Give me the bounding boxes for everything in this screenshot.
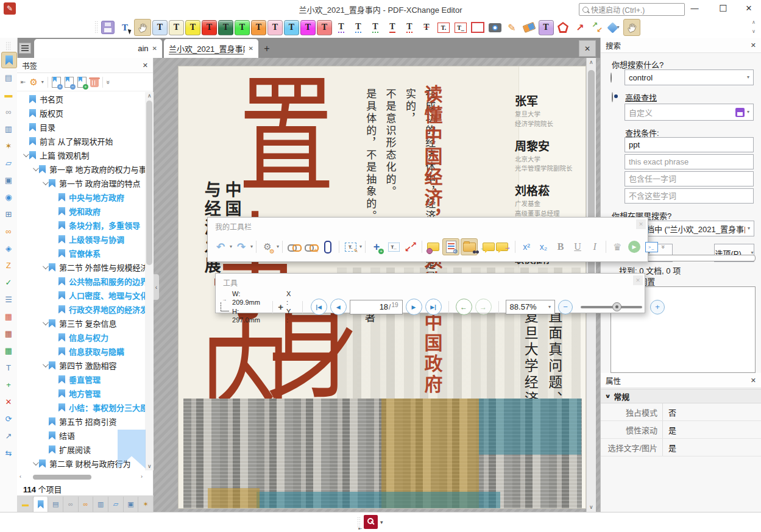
expand-arrow-icon[interactable] [40,265,49,269]
delete-bookmark-button[interactable] [90,77,99,87]
bookmark-item[interactable]: 行政交界地区的经济发 [17,302,145,316]
simple-search-radio[interactable] [611,73,612,83]
bookmark-item[interactable]: 官僚体系 [17,246,145,260]
fields-panel-button[interactable]: ▥ [1,121,16,137]
tab-document-2-active[interactable]: 兰小欢_2021_置身事内 ✕ [164,39,258,58]
bookmarks-tab[interactable] [34,497,49,512]
properties-general-section[interactable]: ∨ 常规 [601,389,761,403]
save-button[interactable] [100,20,116,35]
calendar-settings-button[interactable]: ▦ [1,326,16,341]
split-view-button[interactable]: ⇆ [1,445,16,461]
undo-button[interactable]: ↶ [213,239,228,255]
any-words-input[interactable] [625,171,754,186]
floating-tools-toolbar[interactable]: 工具 ✕ W: 209.9mm H: 297.0mm + X : Y : |◀ … [215,273,645,313]
thumbnails-panel-button[interactable]: ▤ [1,70,16,85]
hand-tool-button[interactable] [134,19,151,36]
add-page-button[interactable]: + [1,377,16,392]
search-close-icon[interactable]: ✕ [751,41,756,49]
expand-arrow-icon[interactable] [40,321,49,325]
measure-button[interactable]: ↗↙ [403,239,419,255]
bookmark-item[interactable]: 前言 从了解现状开始 [17,134,145,148]
next-view-button[interactable]: → [475,299,492,315]
text-box-purple-button[interactable]: T [538,20,554,35]
reading-order-button[interactable]: ☰ [1,292,16,307]
scroll-thumb[interactable] [146,101,152,265]
strikeout-button[interactable]: T [419,20,434,35]
save-preset-icon[interactable] [735,108,745,117]
textbox-frame-button[interactable]: T_ [453,20,469,35]
extract-page-button[interactable]: ↗ [1,428,16,444]
run-button[interactable]: ▶ [626,239,642,255]
minimize-button[interactable]: — [682,0,707,16]
redo-button[interactable]: ↷ [233,239,249,255]
pencil-tool-button[interactable]: ✎ [504,20,520,35]
toolbar-overflow-icon[interactable]: » [660,245,667,249]
comments-tab[interactable]: ▬ [18,497,34,512]
attachments-tab[interactable]: ∞ [63,497,79,512]
links-tab[interactable]: ∞ [79,497,94,512]
tab-document-1[interactable]: ain ✕ [34,39,162,58]
comments-panel-button[interactable]: ▬ [1,87,16,102]
zoom-slider-handle[interactable] [612,302,621,311]
collapse-panel-icon[interactable]: ⇤ [21,79,26,85]
superscript-button[interactable]: x² [519,239,534,255]
highlight-yellow-button[interactable]: T [185,20,200,35]
distance-tool-button[interactable]: ↗↙ [589,20,605,35]
last-page-button[interactable]: ▶| [425,299,442,315]
find-comments-button[interactable] [461,238,478,255]
bookmark-options-gear-icon[interactable]: ⚙ [29,77,37,88]
polygon-tool-button[interactable] [555,20,571,35]
properties-close-icon[interactable]: ✕ [751,377,756,385]
statusbar-collapse-icon[interactable]: ⇤ [358,526,363,531]
property-row[interactable]: 惯性滚动是 [601,421,761,439]
bookmark-item[interactable]: 条块分割，多重领导 [17,218,145,232]
bookmark-item[interactable]: 第五节 招商引资 [17,414,145,428]
signatures-tab[interactable]: ✶ [138,497,154,512]
optimize-panel-button[interactable]: Z [1,258,16,273]
bookmark-item[interactable]: 第一节 政府治理的特点 [17,176,145,190]
bookmark-item[interactable]: 信息与权力 [17,330,145,344]
zoom-in-button[interactable]: + [650,300,665,314]
rotate-page-button[interactable]: ⟳ [1,411,16,427]
scroll-thumb[interactable] [33,475,91,480]
tab-menu-button[interactable] [19,43,31,54]
previous-page-button[interactable]: ◀ [330,299,347,315]
attachments-panel-button[interactable]: ∞ [1,104,16,119]
ocr-area-button[interactable]: T_ [386,239,402,255]
my-toolbar-close-icon[interactable]: ✕ [636,219,646,229]
rectangle-tool-button[interactable] [470,20,486,35]
bookmark-item[interactable]: 目录 [17,120,145,134]
zoom-level-dropdown[interactable]: 88.57% ▾ [506,300,555,314]
bookmarks-vertical-scrollbar[interactable]: ∧ ∨ [145,92,154,470]
accessibility-check-button[interactable]: ✓ [1,275,16,290]
arrow-tool-button[interactable]: ↗ [572,20,588,35]
bookmark-item[interactable]: 信息获取与隐瞒 [17,344,145,358]
premium-button[interactable]: ♛ [609,239,625,255]
select-text-button[interactable]: T [117,20,133,35]
next-page-button[interactable]: ▶ [406,299,422,315]
import-comments-button[interactable]: → [479,239,495,255]
bookmark-item[interactable]: 地方管理 [17,386,145,400]
bold-button[interactable]: B [553,239,568,255]
underline-button[interactable]: U [570,239,586,255]
advanced-search-radio[interactable] [612,92,613,102]
advanced-search-link[interactable]: 高级查找 [625,91,657,103]
bookmark-item[interactable]: 第一章 地方政府的权力与事 [17,162,145,176]
hand-select-button[interactable] [623,19,640,36]
floating-my-toolbar[interactable]: 我的工具栏 ✕ ↶▾ ↷▾ ⚙⚙▾ ✎ T.✎▾ ++ T_ ↗↙ ⚙ → → … [207,217,648,262]
bookmark-item[interactable]: 第四节 激励相容 [17,358,145,372]
layers-panel-button[interactable]: ▱ [1,155,16,171]
bookmarks-close-icon[interactable]: ✕ [143,62,148,69]
highlight-cream-button[interactable]: T [169,20,184,35]
property-row[interactable]: 选择文字/图片是 [601,439,761,456]
none-words-input[interactable] [625,188,754,204]
italic-button[interactable]: I [587,239,603,255]
expand-arrow-icon[interactable] [21,153,29,157]
fields-tab[interactable]: ▥ [93,497,108,512]
highlight-pink-button[interactable]: T [267,20,283,35]
underline-red-button[interactable]: T [384,20,400,35]
tags-panel-button[interactable]: ◈ [1,241,16,256]
simple-search-dropdown[interactable]: control ▾ [625,69,754,85]
close-document-button[interactable]: ✕ [579,40,596,57]
new-tab-button[interactable]: + [260,43,274,55]
